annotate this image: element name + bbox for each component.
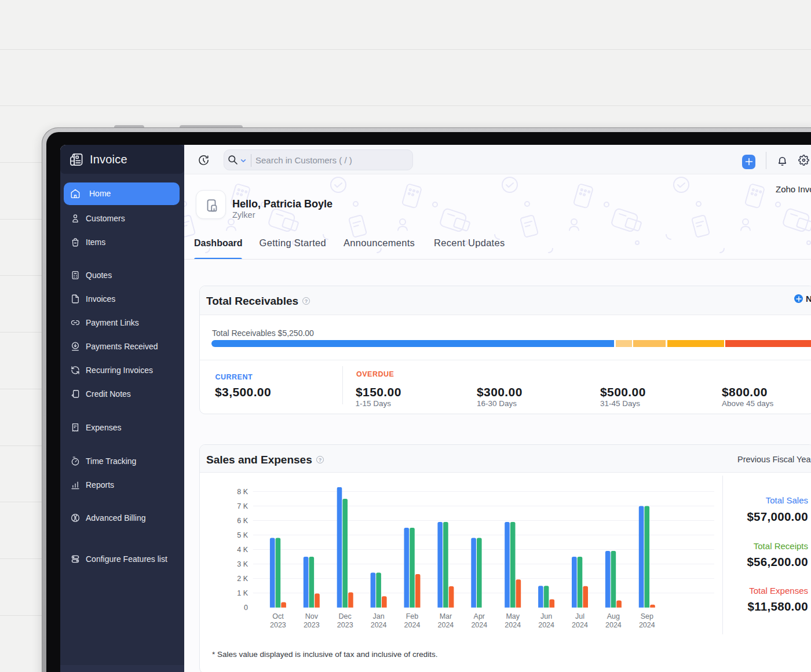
svg-text:May: May (506, 612, 520, 620)
svg-text:7 K: 7 K (237, 502, 248, 510)
svg-text:2024: 2024 (471, 621, 487, 629)
svg-text:8 K: 8 K (237, 488, 248, 496)
svg-text:Feb: Feb (406, 612, 419, 620)
svg-text:2024: 2024 (639, 621, 655, 629)
svg-text:3 K: 3 K (237, 560, 248, 568)
svg-text:4 K: 4 K (237, 546, 248, 554)
svg-text:Aug: Aug (607, 612, 620, 620)
svg-text:0: 0 (244, 604, 248, 612)
svg-text:2 K: 2 K (237, 575, 248, 583)
svg-text:2024: 2024 (505, 621, 521, 629)
svg-text:Jan: Jan (373, 612, 385, 620)
svg-text:Oct: Oct (272, 612, 284, 620)
svg-text:Sep: Sep (641, 612, 653, 620)
svg-text:Jun: Jun (540, 612, 552, 620)
svg-text:2024: 2024 (371, 621, 387, 629)
svg-text:Nov: Nov (305, 612, 319, 620)
svg-text:Mar: Mar (440, 612, 452, 620)
svg-text:2024: 2024 (538, 621, 554, 629)
svg-text:2024: 2024 (404, 621, 421, 629)
svg-text:2023: 2023 (337, 621, 353, 629)
svg-text:5 K: 5 K (237, 531, 248, 539)
svg-text:2023: 2023 (304, 621, 320, 629)
svg-text:2023: 2023 (270, 621, 286, 629)
svg-text:Jul: Jul (575, 612, 584, 620)
svg-text:Apr: Apr (474, 612, 485, 620)
svg-text:1 K: 1 K (237, 589, 248, 597)
svg-text:Dec: Dec (339, 612, 352, 620)
svg-text:6 K: 6 K (237, 517, 248, 525)
svg-text:2024: 2024 (437, 621, 454, 629)
svg-text:2024: 2024 (572, 621, 588, 629)
svg-text:2024: 2024 (605, 621, 622, 629)
